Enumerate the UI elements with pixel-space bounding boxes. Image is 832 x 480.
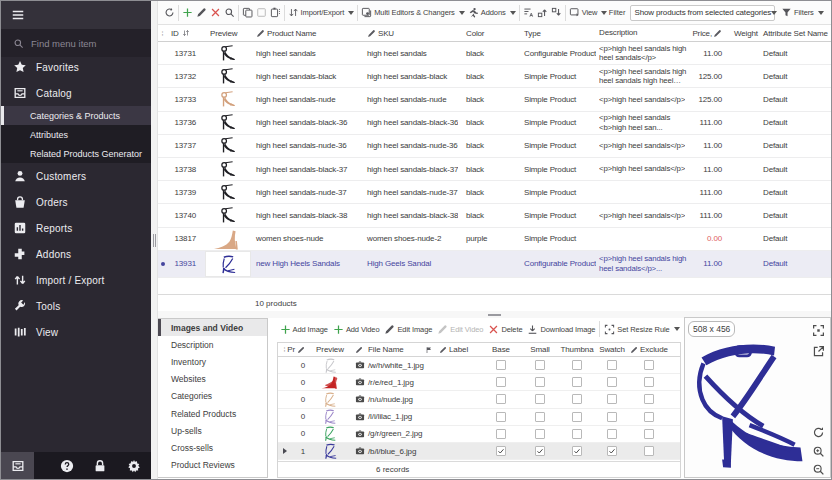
tab-cross-sells[interactable]: Cross-sells [158, 439, 267, 456]
edit-product-button[interactable] [194, 3, 208, 23]
media-row[interactable]: 0/r/e/red_1.jpg [278, 374, 680, 391]
base-checkbox[interactable] [496, 429, 506, 439]
sidebar-item-favorites[interactable]: Favorites [1, 54, 151, 80]
sidebar-item-customers[interactable]: Customers [1, 163, 151, 189]
exclude-checkbox[interactable] [644, 394, 654, 404]
column-header-preview[interactable]: Preview [202, 25, 254, 41]
tab-images-and-video[interactable]: Images and Video [158, 319, 267, 336]
sidebar-item-reports[interactable]: Reports [1, 215, 151, 241]
column-header-preview[interactable]: Preview [308, 345, 352, 354]
filter-select[interactable]: Show products from selected categories [630, 5, 775, 21]
sidebar-item-view[interactable]: View [1, 319, 151, 345]
sidebar-item-import-export[interactable]: Import / Export [1, 267, 151, 293]
sidebar-search[interactable]: Find menu item [1, 29, 151, 57]
paste-button[interactable] [268, 3, 282, 23]
product-row[interactable]: 13732high heel sandals-blackhigh heel sa… [158, 65, 831, 88]
media-row[interactable]: 1/b/l/blue_6.jpg [278, 443, 680, 460]
swatch-checkbox[interactable] [607, 446, 617, 456]
column-header-sku[interactable]: SKU [364, 25, 458, 41]
sidebar-subitem-attributes[interactable]: Attributes [1, 125, 151, 144]
thumb-checkbox[interactable] [572, 429, 582, 439]
sidebar-subitem-categories-products[interactable]: Categories & Products [1, 106, 151, 125]
product-row[interactable]: 13737high heel sandals-nude-36high heel … [158, 135, 831, 158]
swatch-checkbox[interactable] [607, 394, 617, 404]
sidebar-bottom-lock[interactable] [84, 452, 117, 479]
exclude-checkbox[interactable] [644, 446, 654, 456]
copy-button[interactable] [240, 3, 254, 23]
zoom-out-icon[interactable] [812, 463, 825, 476]
exclude-checkbox[interactable] [644, 429, 654, 439]
column-header-name[interactable]: Product Name [254, 25, 364, 41]
column-header-file-name[interactable]: File Name [352, 345, 425, 354]
column-header-color[interactable]: Color [458, 25, 514, 41]
fullscreen-icon[interactable] [812, 324, 825, 337]
exclude-checkbox[interactable] [644, 412, 654, 422]
header-selector[interactable]: ⁞ [158, 25, 167, 41]
column-header-id[interactable]: ID [167, 25, 202, 41]
column-header-base[interactable]: Base [480, 345, 522, 354]
add-video-button[interactable]: Add Video [330, 324, 382, 335]
column-header-price[interactable]: Price, [690, 25, 724, 41]
thumb-checkbox[interactable] [572, 412, 582, 422]
small-checkbox[interactable] [535, 360, 545, 370]
base-checkbox[interactable] [496, 412, 506, 422]
product-row[interactable]: 13733high heel sandals-nudehigh heel san… [158, 88, 831, 111]
sidebar-subitem-related-products-generator[interactable]: Related Products Generator [1, 144, 151, 163]
thumb-checkbox[interactable] [572, 360, 582, 370]
addons-menu[interactable]: Addons [466, 3, 517, 23]
column-header-label[interactable]: Label [437, 345, 480, 354]
column-header-small[interactable]: Small [522, 345, 558, 354]
sidebar-item-orders[interactable]: Orders [1, 189, 151, 215]
add-image-button[interactable]: Add Image [277, 324, 330, 335]
column-header-swatch[interactable]: Swatch [596, 345, 628, 354]
thumb-checkbox[interactable] [572, 446, 582, 456]
column-header-flag[interactable] [425, 346, 437, 354]
product-row[interactable]: 13739high heel sandals-nude-37high heel … [158, 181, 831, 204]
media-row[interactable]: 0/w/h/white_1.jpg [278, 357, 680, 374]
column-header-exclude[interactable]: Exclude [628, 345, 670, 354]
swatch-checkbox[interactable] [607, 412, 617, 422]
download-image-button[interactable]: Download Image [525, 324, 598, 335]
tab-up-sells[interactable]: Up-sells [158, 422, 267, 439]
multi-editors-menu[interactable]: Multi Editors & Changers [360, 3, 467, 23]
column-header-attribute-set[interactable]: Attribute Set Name [762, 25, 831, 41]
product-row[interactable]: 13738high heel sandals-black-37high heel… [158, 158, 831, 181]
product-row[interactable]: 13736high heel sandals-black-36high heel… [158, 112, 831, 135]
media-row[interactable]: 0/n/u/nude.jpg [278, 391, 680, 408]
set-resize-rule-button[interactable]: Set Resize Rule [602, 324, 672, 335]
column-header-type[interactable]: Type [514, 25, 596, 41]
add-product-button[interactable] [180, 3, 194, 23]
media-row[interactable]: 0/l/i/lilac_1.jpg [278, 409, 680, 426]
select-button[interactable] [254, 3, 268, 23]
swatch-checkbox[interactable] [607, 377, 617, 387]
view-menu[interactable]: View [567, 3, 609, 23]
import-export-menu[interactable]: Import/Export [286, 3, 356, 23]
base-checkbox[interactable] [496, 394, 506, 404]
tree-splitter[interactable] [151, 1, 158, 479]
product-row[interactable]: 13731high heel sandalshigh heel sandalsb… [158, 42, 831, 65]
refresh-button[interactable] [162, 3, 176, 23]
base-checkbox[interactable] [496, 360, 506, 370]
sidebar-item-catalog[interactable]: Catalog [1, 80, 151, 106]
search-button[interactable] [222, 3, 236, 23]
tab-description[interactable]: Description [158, 336, 267, 353]
tab-inventory[interactable]: Inventory [158, 353, 267, 370]
exclude-checkbox[interactable] [644, 377, 654, 387]
hamburger-menu-icon[interactable] [11, 8, 25, 22]
tab-product-reviews[interactable]: Product Reviews [158, 457, 267, 474]
caret-down-icon[interactable] [674, 327, 680, 331]
base-checkbox[interactable] [496, 377, 506, 387]
sidebar-bottom-help[interactable] [50, 452, 83, 479]
small-checkbox[interactable] [535, 394, 545, 404]
rotate-icon[interactable] [812, 426, 825, 439]
open-external-icon[interactable] [812, 345, 825, 358]
swatch-checkbox[interactable] [607, 429, 617, 439]
column-header-description[interactable]: Description [596, 25, 690, 41]
swatch-checkbox[interactable] [607, 360, 617, 370]
small-checkbox[interactable] [535, 412, 545, 422]
sidebar-bottom-archive[interactable] [1, 452, 34, 479]
tab-related-products[interactable]: Related Products [158, 405, 267, 422]
sidebar-bottom-settings[interactable] [118, 452, 151, 479]
product-row[interactable]: 13817women shoes-nudewomen shoes-nude-2p… [158, 228, 831, 251]
thumb-checkbox[interactable] [572, 394, 582, 404]
